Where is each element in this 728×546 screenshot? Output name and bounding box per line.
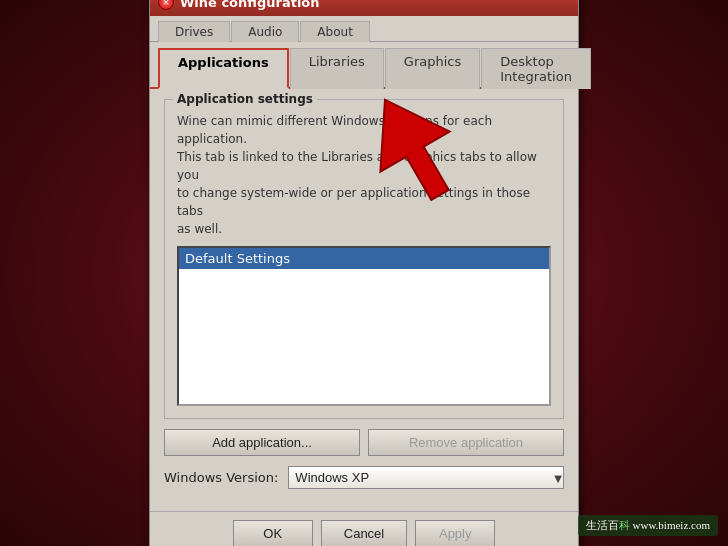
windows-version-select-wrapper: Windows 2.0 Windows 3.1 Windows 95 Windo…	[288, 466, 564, 489]
tab-graphics[interactable]: Graphics	[385, 48, 480, 89]
app-buttons-row: Add application... Remove application	[164, 429, 564, 456]
windows-version-row: Windows Version: Windows 2.0 Windows 3.1…	[164, 466, 564, 489]
tab-drives[interactable]: Drives	[158, 21, 230, 42]
tab-audio[interactable]: Audio	[231, 21, 299, 42]
tab-desktop-integration[interactable]: Desktop Integration	[481, 48, 591, 89]
wine-configuration-dialog: × Wine configuration Drives Audio About …	[149, 0, 579, 546]
windows-version-select[interactable]: Windows 2.0 Windows 3.1 Windows 95 Windo…	[288, 466, 564, 489]
tab-applications[interactable]: Applications	[158, 48, 289, 89]
dialog-title: Wine configuration	[180, 0, 320, 10]
dialog-footer: OK Cancel Apply	[150, 511, 578, 546]
list-item-default[interactable]: Default Settings	[179, 248, 549, 269]
main-tab-bar: Applications Libraries Graphics Desktop …	[150, 42, 578, 89]
group-label: Application settings	[173, 92, 317, 106]
app-list[interactable]: Default Settings	[177, 246, 551, 406]
add-application-button[interactable]: Add application...	[164, 429, 360, 456]
secondary-tab-bar: Drives Audio About	[150, 16, 578, 42]
app-settings-description: Wine can mimic different Windows version…	[177, 112, 551, 238]
watermark: 生活百科 www.bimeiz.com	[578, 515, 718, 536]
tab-about[interactable]: About	[300, 21, 369, 42]
title-bar: × Wine configuration	[150, 0, 578, 16]
ok-button[interactable]: OK	[233, 520, 313, 546]
apply-button[interactable]: Apply	[415, 520, 495, 546]
content-area: Application settings Wine can mimic diff…	[150, 89, 578, 511]
app-settings-group: Application settings Wine can mimic diff…	[164, 99, 564, 419]
cancel-button[interactable]: Cancel	[321, 520, 407, 546]
remove-application-button[interactable]: Remove application	[368, 429, 564, 456]
close-button[interactable]: ×	[158, 0, 174, 10]
windows-version-label: Windows Version:	[164, 470, 278, 485]
tab-libraries[interactable]: Libraries	[290, 48, 384, 89]
